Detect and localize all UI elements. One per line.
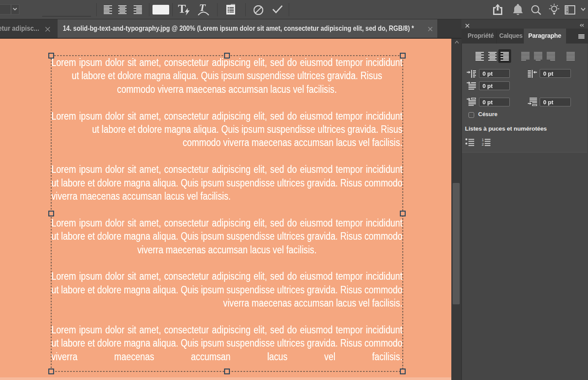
svg-text:1: 1 bbox=[482, 138, 484, 142]
svg-text:2: 2 bbox=[482, 142, 484, 146]
